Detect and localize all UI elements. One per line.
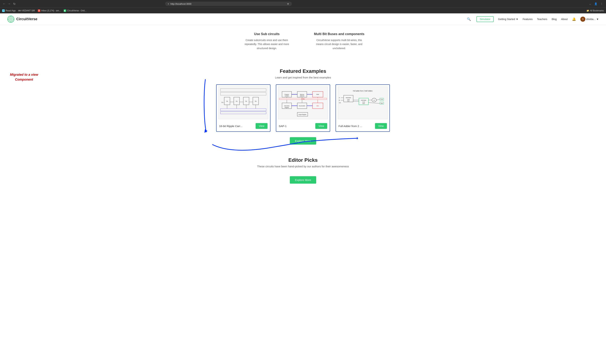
logo-text: CircuitVerse (16, 17, 38, 21)
svg-text:Program: Program (284, 94, 289, 95)
svg-text:Instruction: Instruction (284, 105, 290, 106)
card-ripple-carry-title: 16-bit Ripple Carr... (219, 125, 242, 128)
bookmark-dev[interactable]: DEV VEDANT SIR (18, 9, 35, 12)
feature-subcircuits-desc: Create subcircuits once and use them rep… (242, 38, 292, 50)
featured-examples-title: Featured Examples (11, 68, 595, 74)
cards-grid: FA FA FA FA (11, 84, 595, 132)
card-full-adder-title: Full Adder from 2 ... (338, 125, 362, 128)
react-favicon: ⚛ (2, 9, 5, 12)
card-full-adder-preview: Full adder from 2 half Adders Half Adder… (338, 87, 388, 119)
search-button[interactable]: 🔍 (466, 16, 472, 22)
cv-favicon: ▶ (64, 9, 66, 12)
browser-nav-buttons: ← → ↻ (2, 2, 16, 6)
explore-more-button[interactable]: Explore More (290, 137, 316, 144)
svg-rect-10 (220, 92, 266, 95)
simulator-button[interactable]: Simulator (476, 16, 494, 22)
bookmark-react[interactable]: ⚛ React App (2, 9, 15, 12)
browser-actions: ⌵ 👤 ⋮ (588, 2, 604, 6)
editor-picks-title: Editor Picks (11, 157, 595, 163)
getting-started-link[interactable]: Getting Started ▼ (498, 18, 518, 21)
lock-icon: ● (168, 3, 169, 5)
ripple-carry-diagram: FA FA FA FA (218, 88, 268, 118)
chevron-down-icon: ▼ (516, 18, 518, 21)
logo-icon (7, 15, 14, 23)
svg-text:Full adder from 2 half Adders: Full adder from 2 half Adders (353, 90, 373, 92)
features-section: Use Sub circuits Create subcircuits once… (0, 25, 606, 61)
svg-text:Sum: Sum (363, 103, 365, 104)
card-sap1: Program Counter Memory Address RAM Instr… (276, 84, 330, 132)
svg-text:Counter: Counter (285, 95, 289, 96)
feature-multibits: Multi Bit Buses and components CircuitVe… (314, 32, 364, 50)
about-link[interactable]: About (561, 18, 568, 21)
svg-text:A: A (339, 97, 340, 99)
card-sap1-footer: SAP-1 View (276, 121, 330, 131)
svg-text:Half Adder: Half Adder (361, 100, 366, 101)
featured-examples-subtitle: Learn and get inspired from the best exa… (11, 76, 595, 79)
svg-text:Sum: Sum (347, 100, 350, 102)
svg-line-80 (377, 99, 380, 100)
forward-button[interactable]: → (7, 2, 11, 6)
user-menu[interactable]: S shivba... ▼ (580, 17, 599, 22)
svg-text:Register: Register (285, 107, 289, 108)
svg-text:Sum: Sum (381, 103, 383, 104)
card-full-adder-view-btn[interactable]: View (375, 123, 387, 129)
teachers-link[interactable]: Teachers (537, 18, 547, 21)
all-bookmarks[interactable]: 📁 All Bookmarks (586, 9, 604, 12)
dev-favicon: DEV (18, 9, 21, 12)
feature-multibits-desc: CircuitVerse supports multi bit-wires, t… (314, 38, 364, 50)
browser-chrome: ← → ↻ ● http://localhost:3000 ★ ⌵ 👤 ⋮ (0, 0, 606, 8)
svg-text:Cin: Cin (221, 102, 223, 103)
card-ripple-carry: FA FA FA FA (216, 84, 270, 132)
features-link[interactable]: Features (523, 18, 533, 21)
back-button[interactable]: ← (2, 2, 6, 6)
svg-text:RAM: RAM (316, 94, 319, 95)
card-sap1-title: SAP-1 (279, 125, 286, 128)
card-sap1-view-btn[interactable]: View (315, 123, 327, 129)
svg-line-79 (368, 103, 380, 103)
feature-subcircuits: Use Sub circuits Create subcircuits once… (242, 32, 292, 50)
user-dropdown-icon: ▼ (596, 18, 599, 21)
bookmarks-bar: ⚛ React App DEV VEDANT SIR M Inbox (3,17… (0, 8, 606, 13)
extensions-btn[interactable]: ⌵ (588, 2, 592, 6)
editor-picks-explore-btn[interactable]: Explore More (290, 176, 316, 184)
svg-text:FA: FA (255, 101, 256, 102)
featured-examples-section: Featured Examples Learn and get inspired… (0, 61, 606, 152)
page-content: Use Sub circuits Create subcircuits once… (0, 25, 606, 187)
svg-text:B: B (339, 99, 340, 101)
gmail-favicon: M (38, 9, 40, 12)
card-ripple-carry-footer: 16-bit Ripple Carr... View (216, 121, 270, 131)
menu-btn[interactable]: ⋮ (599, 2, 604, 6)
svg-text:FA: FA (226, 101, 228, 102)
bookmark-circuitverse[interactable]: ▶ CircuitVerse - Onli... (64, 9, 86, 12)
card-ripple-carry-view-btn[interactable]: View (256, 123, 268, 129)
svg-text:≥1: ≥1 (373, 99, 375, 101)
svg-text:Address: Address (300, 95, 304, 96)
svg-rect-9 (220, 89, 266, 91)
svg-text:Cout: Cout (347, 99, 350, 100)
app-navbar: CircuitVerse 🔍 Simulator Getting Started… (0, 13, 606, 25)
card-sap1-preview: Program Counter Memory Address RAM Instr… (278, 87, 328, 119)
star-icon: ★ (287, 2, 289, 5)
card-full-adder: Full adder from 2 half Adders Half Adder… (336, 84, 390, 132)
svg-text:Output Register: Output Register (298, 114, 307, 115)
notifications-bell[interactable]: 🔔 (572, 17, 576, 21)
editor-picks-section: Editor Picks These circuits have been ha… (0, 152, 606, 187)
reload-button[interactable]: ↻ (12, 2, 16, 6)
svg-text:FA: FA (245, 101, 247, 102)
full-adder-diagram: Full adder from 2 half Adders Half Adder… (338, 88, 388, 118)
svg-text:FA: FA (236, 101, 238, 102)
profile-btn[interactable]: 👤 (594, 2, 598, 6)
feature-multibits-title: Multi Bit Buses and components (314, 32, 364, 36)
user-avatar: S (580, 17, 585, 22)
logo-area[interactable]: CircuitVerse (7, 15, 38, 23)
url-text: http://localhost:3000 (170, 2, 285, 5)
bookmark-gmail[interactable]: M Inbox (3,174) - am... (38, 9, 61, 12)
svg-text:ALU: ALU (317, 105, 319, 106)
svg-text:Cin: Cin (339, 102, 341, 104)
svg-text:Half Adder: Half Adder (346, 97, 351, 98)
blog-link[interactable]: Blog (552, 18, 557, 21)
svg-rect-26 (220, 109, 266, 111)
card-ripple-carry-preview: FA FA FA FA (218, 87, 268, 119)
svg-text:Cout: Cout (381, 99, 383, 100)
address-bar[interactable]: ● http://localhost:3000 ★ (165, 2, 292, 6)
